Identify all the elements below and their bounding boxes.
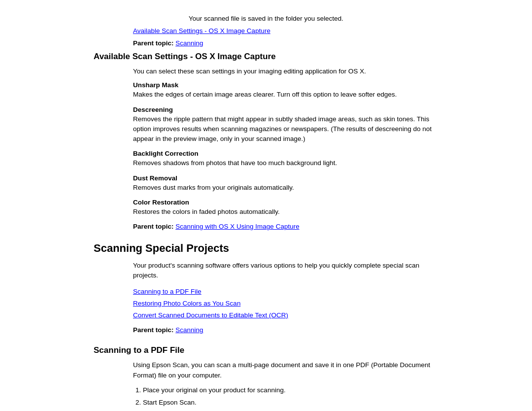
term-unsharp-mask-desc: Makes the edges of certain image areas c… [133,90,438,100]
parent-topic-label-2: Parent topic: [133,223,174,230]
term-color-restoration-desc: Restores the colors in faded photos auto… [133,207,438,217]
section2-description: Your product's scanning software offers … [133,261,438,281]
parent-topic-scanning-link-3[interactable]: Scanning [175,326,203,334]
parent-topic-line-2: Parent topic: Scanning with OS X Using I… [133,223,438,230]
page-container: Your scanned file is saved in the folder… [74,15,458,411]
link-convert-scanned-documents[interactable]: Convert Scanned Documents to Editable Te… [133,309,438,321]
parent-topic-osx-link[interactable]: Scanning with OS X Using Image Capture [175,223,299,230]
step-2: Start Epson Scan. [143,398,438,408]
step-2-text: Start Epson Scan. [143,399,197,406]
available-scan-settings-link[interactable]: Available Scan Settings - OS X Image Cap… [133,27,270,34]
section3-title: Scanning to a PDF File [94,345,438,355]
link-restoring-photo-colors[interactable]: Restoring Photo Colors as You Scan [133,298,438,309]
term-descreening-desc: Removes the ripple pattern that might ap… [133,114,438,144]
term-backlight-correction: Backlight Correction Removes shadows fro… [133,150,438,168]
section-scanning-special-projects: Scanning Special Projects Your product's… [94,242,438,334]
term-unsharp-mask-label: Unsharp Mask [133,81,438,89]
parent-topic-label-3: Parent topic: [133,326,174,334]
term-color-restoration-label: Color Restoration [133,199,438,206]
term-dust-removal-desc: Removes dust marks from your originals a… [133,183,438,193]
link-scanning-pdf[interactable]: Scanning to a PDF File [133,286,438,298]
section2-title: Scanning Special Projects [94,242,438,255]
section1-title: Available Scan Settings - OS X Image Cap… [94,52,438,62]
section3-steps-list: Place your original on your product for … [143,385,438,408]
term-dust-removal: Dust Removal Removes dust marks from you… [133,174,438,193]
section2-links: Scanning to a PDF File Restoring Photo C… [133,286,438,322]
term-dust-removal-label: Dust Removal [133,174,438,182]
available-scan-link-block: Available Scan Settings - OS X Image Cap… [133,27,438,34]
intro-text-content: Your scanned file is saved in the folder… [189,15,343,22]
term-color-restoration: Color Restoration Restores the colors in… [133,199,438,217]
parent-topic-line-1: Parent topic: Scanning [133,39,438,47]
section1-description-text: You can select these scan settings in yo… [133,68,366,75]
term-unsharp-mask: Unsharp Mask Makes the edges of certain … [133,81,438,100]
parent-topic-label-1: Parent topic: [133,39,174,47]
step-1: Place your original on your product for … [143,385,438,395]
term-backlight-correction-label: Backlight Correction [133,150,438,157]
term-descreening: Descreening Removes the ripple pattern t… [133,106,438,144]
term-backlight-correction-desc: Removes shadows from photos that have to… [133,158,438,168]
section-available-scan-settings: Available Scan Settings - OS X Image Cap… [94,52,438,230]
section-scanning-pdf-file: Scanning to a PDF File Using Epson Scan,… [94,345,438,408]
term-descreening-label: Descreening [133,106,438,113]
intro-text: Your scanned file is saved in the folder… [94,15,438,22]
parent-topic-line-3: Parent topic: Scanning [133,326,438,334]
step-1-text: Place your original on your product for … [143,386,286,394]
section3-description: Using Epson Scan, you can scan a multi-p… [133,360,438,380]
section3-description-text: Using Epson Scan, you can scan a multi-p… [133,361,430,378]
section1-description: You can select these scan settings in yo… [133,67,438,76]
section2-description-text: Your product's scanning software offers … [133,262,419,279]
parent-topic-scanning-link-1[interactable]: Scanning [175,39,203,47]
